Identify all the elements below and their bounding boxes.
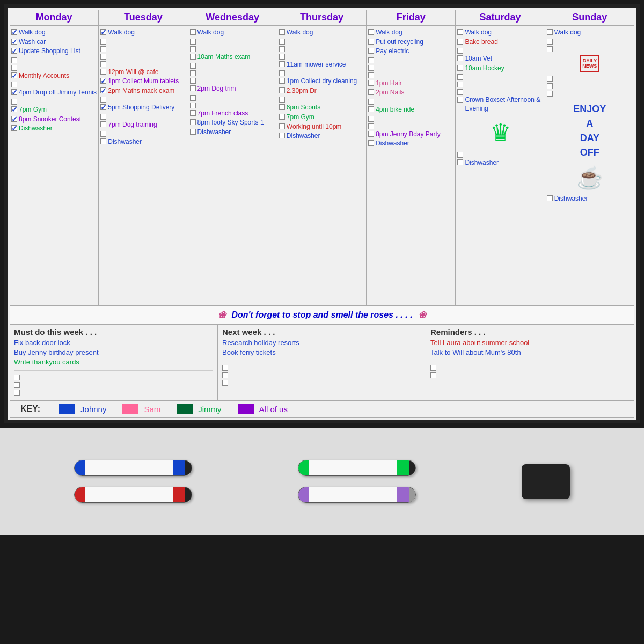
task-text: 8pm Jenny Bday Party [376,130,453,139]
list-item: Buy Jenny birthday present [14,348,213,356]
checkbox[interactable] [368,29,374,35]
checkbox[interactable] [547,46,553,52]
list-item: 4pm Drop off Jimmy Tennis [11,89,97,97]
checkbox-checked[interactable] [11,116,17,122]
checkbox-checked[interactable] [11,106,17,112]
checkbox[interactable] [430,372,436,378]
checkbox[interactable] [11,99,17,105]
checkbox-checked[interactable] [100,87,106,93]
checkbox[interactable] [100,97,106,103]
checkbox-checked[interactable] [100,29,106,35]
checkbox[interactable] [190,95,196,101]
checkbox[interactable] [190,70,196,76]
checkbox[interactable] [100,69,106,75]
checkbox[interactable] [457,159,463,165]
checkbox[interactable] [279,70,285,76]
checkbox[interactable] [279,104,285,110]
checkbox[interactable] [100,61,106,67]
checkbox[interactable] [190,29,196,35]
checkbox[interactable] [368,65,374,71]
checkbox[interactable] [279,46,285,52]
checkbox[interactable] [279,78,285,84]
key-swatch-pink [122,404,138,414]
checkbox[interactable] [368,72,374,78]
checkbox[interactable] [279,54,285,60]
checkbox[interactable] [190,103,196,108]
checkbox[interactable] [547,83,553,89]
checkbox[interactable] [368,48,374,54]
checkbox-checked[interactable] [11,89,17,95]
checkbox[interactable] [547,76,553,82]
task-text: 2pm Maths mack exam [108,87,186,96]
checkbox[interactable] [14,375,20,380]
checkbox[interactable] [100,46,106,52]
checkbox[interactable] [457,82,463,87]
checkbox[interactable] [547,195,553,201]
checkbox[interactable] [457,39,463,45]
checkbox[interactable] [190,110,196,116]
checkbox[interactable] [279,114,285,120]
checkbox[interactable] [190,63,196,69]
checkbox[interactable] [279,61,285,67]
checkbox-checked[interactable] [11,125,17,131]
checkbox[interactable] [100,121,106,127]
motivational-text: Don't forget to stop and smell the roses… [231,310,412,320]
checkbox[interactable] [368,116,374,122]
checkbox[interactable] [11,82,17,87]
checkbox[interactable] [190,119,196,125]
checkbox[interactable] [100,54,106,60]
checkbox-checked[interactable] [100,104,106,110]
checkbox[interactable] [547,39,553,45]
checkbox[interactable] [100,114,106,120]
checkbox[interactable] [457,97,463,103]
checkbox[interactable] [222,380,228,386]
checkbox[interactable] [11,57,17,63]
task-text: 7pm French class [197,109,275,118]
checkbox[interactable] [457,152,463,158]
checkbox[interactable] [279,97,285,103]
checkbox[interactable] [368,80,374,86]
checkbox-checked[interactable] [11,39,17,45]
checkbox[interactable] [190,46,196,52]
checkbox-checked[interactable] [100,78,106,84]
checkbox-checked[interactable] [11,29,17,35]
checkbox[interactable] [368,123,374,129]
checkbox[interactable] [279,87,285,93]
checkbox[interactable] [457,74,463,80]
checkbox[interactable] [547,91,553,97]
checkbox-checked[interactable] [11,72,17,78]
checkbox[interactable] [547,29,553,35]
checkbox[interactable] [430,365,436,371]
checkbox[interactable] [190,54,196,60]
checkbox[interactable] [100,138,106,144]
checkbox[interactable] [368,89,374,95]
checkbox[interactable] [100,39,106,45]
list-item: Walk dog [547,28,633,37]
checkbox[interactable] [190,85,196,91]
checkbox[interactable] [279,29,285,35]
checkbox[interactable] [279,123,285,129]
checkbox[interactable] [11,65,17,71]
checkbox[interactable] [222,365,228,371]
checkbox[interactable] [368,99,374,105]
checkbox[interactable] [457,55,463,61]
checkbox[interactable] [190,129,196,135]
checkbox[interactable] [457,89,463,95]
checkbox[interactable] [279,39,285,45]
checkbox-checked[interactable] [11,48,17,54]
checkbox[interactable] [14,390,20,396]
checkbox[interactable] [222,372,228,378]
checkbox[interactable] [368,57,374,63]
checkbox[interactable] [279,133,285,138]
checkbox[interactable] [190,39,196,45]
checkbox[interactable] [368,39,374,45]
checkbox[interactable] [14,382,20,388]
checkbox[interactable] [457,48,463,54]
checkbox[interactable] [457,65,463,71]
checkbox[interactable] [368,106,374,112]
checkbox[interactable] [368,131,374,137]
checkbox[interactable] [368,140,374,146]
checkbox[interactable] [100,131,106,137]
checkbox[interactable] [190,78,196,84]
checkbox[interactable] [457,29,463,35]
